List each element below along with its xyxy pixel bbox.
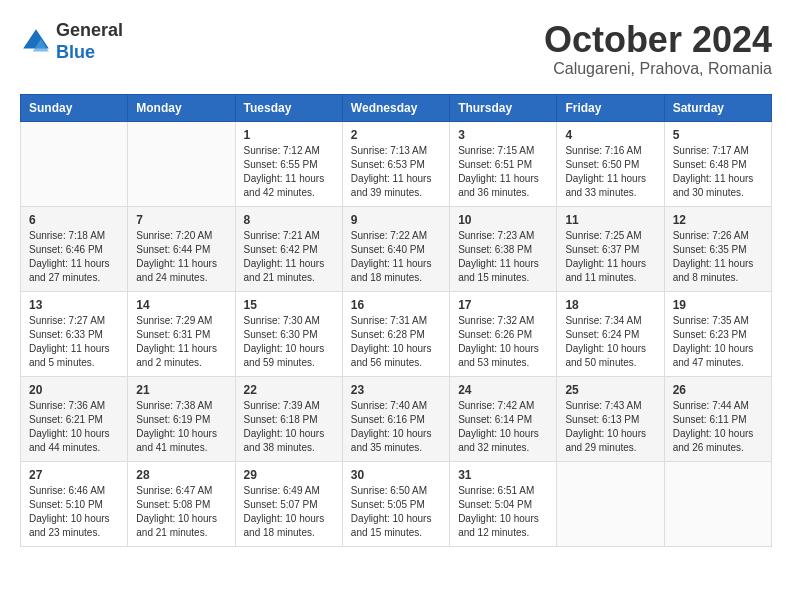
day-number: 14 (136, 298, 226, 312)
calendar-table: SundayMondayTuesdayWednesdayThursdayFrid… (20, 94, 772, 547)
cell-content: Sunrise: 7:34 AM Sunset: 6:24 PM Dayligh… (565, 314, 655, 370)
col-header-saturday: Saturday (664, 94, 771, 121)
cell-content: Sunrise: 7:21 AM Sunset: 6:42 PM Dayligh… (244, 229, 334, 285)
cell-content: Sunrise: 6:46 AM Sunset: 5:10 PM Dayligh… (29, 484, 119, 540)
calendar-cell: 11Sunrise: 7:25 AM Sunset: 6:37 PM Dayli… (557, 206, 664, 291)
day-number: 5 (673, 128, 763, 142)
cell-content: Sunrise: 6:47 AM Sunset: 5:08 PM Dayligh… (136, 484, 226, 540)
month-title: October 2024 (544, 20, 772, 60)
calendar-cell (557, 461, 664, 546)
day-number: 18 (565, 298, 655, 312)
logo-icon (20, 26, 52, 58)
day-number: 22 (244, 383, 334, 397)
cell-content: Sunrise: 7:43 AM Sunset: 6:13 PM Dayligh… (565, 399, 655, 455)
day-number: 21 (136, 383, 226, 397)
cell-content: Sunrise: 7:30 AM Sunset: 6:30 PM Dayligh… (244, 314, 334, 370)
calendar-cell: 12Sunrise: 7:26 AM Sunset: 6:35 PM Dayli… (664, 206, 771, 291)
day-number: 10 (458, 213, 548, 227)
day-number: 12 (673, 213, 763, 227)
col-header-tuesday: Tuesday (235, 94, 342, 121)
calendar-cell: 1Sunrise: 7:12 AM Sunset: 6:55 PM Daylig… (235, 121, 342, 206)
calendar-cell: 2Sunrise: 7:13 AM Sunset: 6:53 PM Daylig… (342, 121, 449, 206)
calendar-cell: 26Sunrise: 7:44 AM Sunset: 6:11 PM Dayli… (664, 376, 771, 461)
col-header-wednesday: Wednesday (342, 94, 449, 121)
cell-content: Sunrise: 6:49 AM Sunset: 5:07 PM Dayligh… (244, 484, 334, 540)
cell-content: Sunrise: 7:22 AM Sunset: 6:40 PM Dayligh… (351, 229, 441, 285)
cell-content: Sunrise: 7:12 AM Sunset: 6:55 PM Dayligh… (244, 144, 334, 200)
day-number: 16 (351, 298, 441, 312)
calendar-cell: 27Sunrise: 6:46 AM Sunset: 5:10 PM Dayli… (21, 461, 128, 546)
calendar-cell (128, 121, 235, 206)
page-header: General Blue October 2024 Calugareni, Pr… (20, 20, 772, 78)
calendar-cell (664, 461, 771, 546)
day-number: 6 (29, 213, 119, 227)
calendar-week-row: 27Sunrise: 6:46 AM Sunset: 5:10 PM Dayli… (21, 461, 772, 546)
col-header-thursday: Thursday (450, 94, 557, 121)
calendar-cell: 30Sunrise: 6:50 AM Sunset: 5:05 PM Dayli… (342, 461, 449, 546)
calendar-cell: 28Sunrise: 6:47 AM Sunset: 5:08 PM Dayli… (128, 461, 235, 546)
calendar-cell: 29Sunrise: 6:49 AM Sunset: 5:07 PM Dayli… (235, 461, 342, 546)
day-number: 31 (458, 468, 548, 482)
calendar-cell: 10Sunrise: 7:23 AM Sunset: 6:38 PM Dayli… (450, 206, 557, 291)
calendar-cell: 6Sunrise: 7:18 AM Sunset: 6:46 PM Daylig… (21, 206, 128, 291)
cell-content: Sunrise: 7:31 AM Sunset: 6:28 PM Dayligh… (351, 314, 441, 370)
calendar-cell: 25Sunrise: 7:43 AM Sunset: 6:13 PM Dayli… (557, 376, 664, 461)
calendar-cell: 24Sunrise: 7:42 AM Sunset: 6:14 PM Dayli… (450, 376, 557, 461)
calendar-cell: 14Sunrise: 7:29 AM Sunset: 6:31 PM Dayli… (128, 291, 235, 376)
cell-content: Sunrise: 7:17 AM Sunset: 6:48 PM Dayligh… (673, 144, 763, 200)
calendar-cell: 18Sunrise: 7:34 AM Sunset: 6:24 PM Dayli… (557, 291, 664, 376)
cell-content: Sunrise: 7:29 AM Sunset: 6:31 PM Dayligh… (136, 314, 226, 370)
col-header-sunday: Sunday (21, 94, 128, 121)
cell-content: Sunrise: 7:42 AM Sunset: 6:14 PM Dayligh… (458, 399, 548, 455)
calendar-cell: 22Sunrise: 7:39 AM Sunset: 6:18 PM Dayli… (235, 376, 342, 461)
calendar-cell: 5Sunrise: 7:17 AM Sunset: 6:48 PM Daylig… (664, 121, 771, 206)
col-header-friday: Friday (557, 94, 664, 121)
cell-content: Sunrise: 7:25 AM Sunset: 6:37 PM Dayligh… (565, 229, 655, 285)
calendar-cell: 20Sunrise: 7:36 AM Sunset: 6:21 PM Dayli… (21, 376, 128, 461)
calendar-cell: 19Sunrise: 7:35 AM Sunset: 6:23 PM Dayli… (664, 291, 771, 376)
location: Calugareni, Prahova, Romania (544, 60, 772, 78)
day-number: 11 (565, 213, 655, 227)
cell-content: Sunrise: 7:35 AM Sunset: 6:23 PM Dayligh… (673, 314, 763, 370)
logo: General Blue (20, 20, 123, 63)
calendar-week-row: 20Sunrise: 7:36 AM Sunset: 6:21 PM Dayli… (21, 376, 772, 461)
calendar-week-row: 13Sunrise: 7:27 AM Sunset: 6:33 PM Dayli… (21, 291, 772, 376)
calendar-cell: 9Sunrise: 7:22 AM Sunset: 6:40 PM Daylig… (342, 206, 449, 291)
day-number: 30 (351, 468, 441, 482)
day-number: 20 (29, 383, 119, 397)
title-block: October 2024 Calugareni, Prahova, Romani… (544, 20, 772, 78)
calendar-cell: 23Sunrise: 7:40 AM Sunset: 6:16 PM Dayli… (342, 376, 449, 461)
day-number: 3 (458, 128, 548, 142)
calendar-cell: 7Sunrise: 7:20 AM Sunset: 6:44 PM Daylig… (128, 206, 235, 291)
cell-content: Sunrise: 7:16 AM Sunset: 6:50 PM Dayligh… (565, 144, 655, 200)
cell-content: Sunrise: 7:27 AM Sunset: 6:33 PM Dayligh… (29, 314, 119, 370)
calendar-cell: 31Sunrise: 6:51 AM Sunset: 5:04 PM Dayli… (450, 461, 557, 546)
day-number: 23 (351, 383, 441, 397)
day-number: 27 (29, 468, 119, 482)
cell-content: Sunrise: 7:23 AM Sunset: 6:38 PM Dayligh… (458, 229, 548, 285)
day-number: 8 (244, 213, 334, 227)
logo-text: General Blue (56, 20, 123, 63)
calendar-cell: 4Sunrise: 7:16 AM Sunset: 6:50 PM Daylig… (557, 121, 664, 206)
day-number: 25 (565, 383, 655, 397)
calendar-week-row: 1Sunrise: 7:12 AM Sunset: 6:55 PM Daylig… (21, 121, 772, 206)
cell-content: Sunrise: 7:38 AM Sunset: 6:19 PM Dayligh… (136, 399, 226, 455)
cell-content: Sunrise: 7:18 AM Sunset: 6:46 PM Dayligh… (29, 229, 119, 285)
day-number: 28 (136, 468, 226, 482)
day-number: 13 (29, 298, 119, 312)
day-number: 4 (565, 128, 655, 142)
cell-content: Sunrise: 7:39 AM Sunset: 6:18 PM Dayligh… (244, 399, 334, 455)
day-number: 15 (244, 298, 334, 312)
calendar-week-row: 6Sunrise: 7:18 AM Sunset: 6:46 PM Daylig… (21, 206, 772, 291)
cell-content: Sunrise: 7:13 AM Sunset: 6:53 PM Dayligh… (351, 144, 441, 200)
day-number: 24 (458, 383, 548, 397)
header-row: SundayMondayTuesdayWednesdayThursdayFrid… (21, 94, 772, 121)
day-number: 1 (244, 128, 334, 142)
calendar-cell: 15Sunrise: 7:30 AM Sunset: 6:30 PM Dayli… (235, 291, 342, 376)
day-number: 2 (351, 128, 441, 142)
day-number: 26 (673, 383, 763, 397)
cell-content: Sunrise: 7:32 AM Sunset: 6:26 PM Dayligh… (458, 314, 548, 370)
calendar-cell: 21Sunrise: 7:38 AM Sunset: 6:19 PM Dayli… (128, 376, 235, 461)
cell-content: Sunrise: 6:50 AM Sunset: 5:05 PM Dayligh… (351, 484, 441, 540)
day-number: 29 (244, 468, 334, 482)
